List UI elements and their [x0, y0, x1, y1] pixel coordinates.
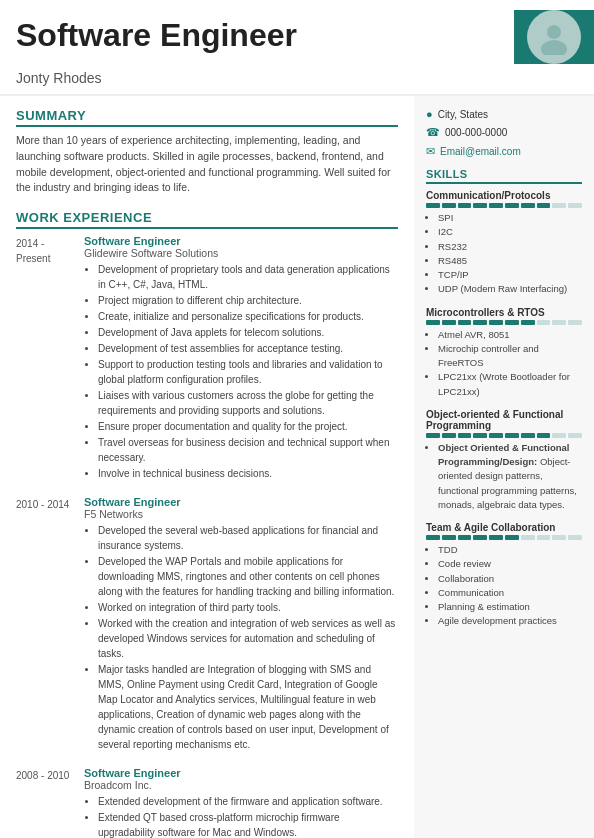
skill-bar-segment [473, 433, 487, 438]
list-item: Development of test assemblies for accep… [98, 341, 398, 356]
list-item: Liaises with various customers across th… [98, 388, 398, 418]
skill-bar [426, 535, 582, 540]
skill-bar [426, 320, 582, 325]
skill-bar-segment [426, 433, 440, 438]
skill-bar-segment [537, 433, 551, 438]
job-company: Glidewire Software Solutions [84, 247, 398, 259]
list-item: TDD [438, 543, 582, 557]
skill-bar-segment [505, 203, 519, 208]
avatar [527, 10, 581, 64]
skill-bar-segment [521, 433, 535, 438]
work-experience-section-title: WORK EXPERIENCE [16, 210, 398, 229]
skill-bar-segment [442, 433, 456, 438]
list-item: Code review [438, 557, 582, 571]
main-content: SUMMARY More than 10 years of experience… [0, 96, 594, 838]
job-bullets: Development of proprietary tools and dat… [84, 262, 398, 481]
email-icon: ✉ [426, 145, 435, 158]
list-item: RS485 [438, 254, 582, 268]
left-column: SUMMARY More than 10 years of experience… [0, 96, 414, 838]
list-item: Development of proprietary tools and dat… [98, 262, 398, 292]
skills-section-title: SKILLS [426, 168, 582, 184]
job-title: Software Engineer [84, 235, 398, 247]
job-company: F5 Networks [84, 508, 398, 520]
page-title: Software Engineer [16, 18, 498, 53]
list-item: Worked on integration of third party too… [98, 600, 398, 615]
skill-bar-segment [473, 535, 487, 540]
skill-bar-segment [568, 203, 582, 208]
skill-bar-segment [552, 203, 566, 208]
skill-group: Team & Agile Collaboration TDD Code revi… [426, 522, 582, 629]
list-item: Planning & estimation [438, 600, 582, 614]
skill-bar-segment [552, 535, 566, 540]
list-item: Developed the WAP Portals and mobile app… [98, 554, 398, 599]
candidate-name: Jonty Rhodes [16, 70, 102, 86]
job-item: 2010 - 2014 Software Engineer F5 Network… [16, 496, 398, 753]
skill-bar-segment [505, 535, 519, 540]
list-item: Communication [438, 586, 582, 600]
list-item: SPI [438, 211, 582, 225]
skill-bar-segment [537, 535, 551, 540]
job-title: Software Engineer [84, 496, 398, 508]
skill-list: Atmel AVR, 8051 Microchip controller and… [426, 328, 582, 399]
skill-bar-segment [552, 433, 566, 438]
list-item: Extended development of the firmware and… [98, 794, 398, 809]
skill-group-name: Object-oriented & Functional Programming [426, 409, 582, 431]
list-item: Major tasks handled are Integration of b… [98, 662, 398, 752]
skill-bar-segment [489, 320, 503, 325]
phone-text: 000-000-0000 [445, 127, 507, 138]
skill-group-name: Communication/Protocols [426, 190, 582, 201]
skill-bar-segment [505, 320, 519, 325]
skill-bar-segment [458, 203, 472, 208]
skill-bar-segment [426, 535, 440, 540]
skill-bar-segment [568, 433, 582, 438]
skill-bar-segment [489, 203, 503, 208]
list-item: TCP/IP [438, 268, 582, 282]
list-item: Project migration to different chip arch… [98, 293, 398, 308]
list-item: Involve in technical business decisions. [98, 466, 398, 481]
list-item: Agile development practices [438, 614, 582, 628]
list-item: Travel overseas for business decision an… [98, 435, 398, 465]
list-item: Collaboration [438, 572, 582, 586]
list-item: Object Oriented & Functional Programming… [438, 441, 582, 512]
job-company: Broadcom Inc. [84, 779, 398, 791]
right-column: ● City, States ☎ 000-000-0000 ✉ Email@em… [414, 96, 594, 838]
skill-group-name: Microcontrollers & RTOS [426, 307, 582, 318]
list-item: RS232 [438, 240, 582, 254]
skill-bar-segment [505, 433, 519, 438]
skill-bar-segment [537, 203, 551, 208]
skill-bar-segment [521, 203, 535, 208]
skill-bar-segment [426, 203, 440, 208]
summary-text: More than 10 years of experience archite… [16, 133, 398, 196]
job-item: 2014 -Present Software Engineer Glidewir… [16, 235, 398, 482]
phone-icon: ☎ [426, 126, 440, 139]
contact-location: ● City, States [426, 108, 582, 120]
skill-list: Object Oriented & Functional Programming… [426, 441, 582, 512]
job-date: 2008 - 2010 [16, 767, 84, 838]
location-icon: ● [426, 108, 433, 120]
contact-phone: ☎ 000-000-0000 [426, 126, 582, 139]
contact-email: ✉ Email@email.com [426, 145, 582, 158]
job-bullets: Extended development of the firmware and… [84, 794, 398, 838]
job-bullets: Developed the several web-based applicat… [84, 523, 398, 752]
skill-group-name: Team & Agile Collaboration [426, 522, 582, 533]
list-item: Extended QT based cross-platform microch… [98, 810, 398, 838]
skill-bar-segment [442, 320, 456, 325]
summary-section-title: SUMMARY [16, 108, 398, 127]
skill-group: Object-oriented & Functional Programming… [426, 409, 582, 512]
list-item: Support to production testing tools and … [98, 357, 398, 387]
skill-bar-segment [458, 320, 472, 325]
svg-point-0 [547, 25, 561, 39]
skill-group: Microcontrollers & RTOS Atmel AVR, 8051 … [426, 307, 582, 399]
list-item: Create, initialize and personalize speci… [98, 309, 398, 324]
email-text: Email@email.com [440, 146, 521, 157]
skill-bar-segment [537, 320, 551, 325]
list-item: I2C [438, 225, 582, 239]
job-content: Software Engineer Glidewire Software Sol… [84, 235, 398, 482]
list-item: Ensure proper documentation and quality … [98, 419, 398, 434]
header: Software Engineer [0, 0, 594, 64]
list-item: Development of Java applets for telecom … [98, 325, 398, 340]
skill-bar-segment [489, 433, 503, 438]
avatar-container [514, 10, 594, 64]
skill-bar-segment [473, 203, 487, 208]
skill-group: Communication/Protocols SPI I2C RS232 RS… [426, 190, 582, 297]
